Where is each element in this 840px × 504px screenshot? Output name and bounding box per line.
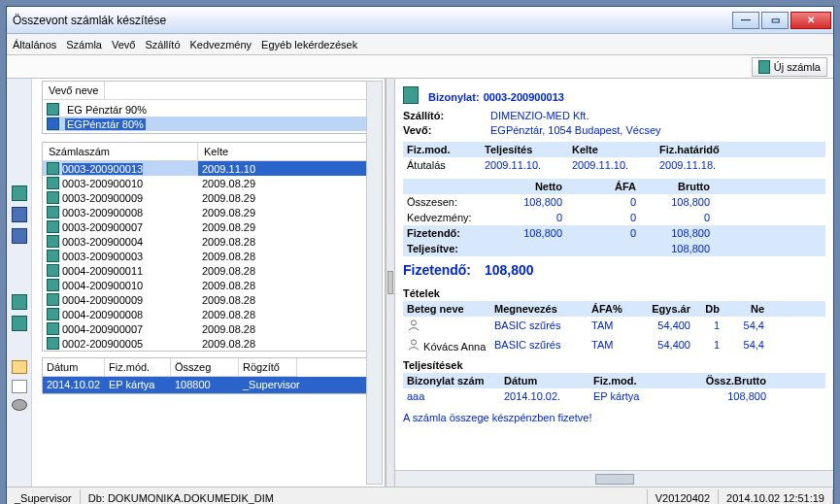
document-icon [47,279,59,291]
vendor-name: EG Pénztár 90% [65,104,149,116]
vendor-name: EGPénztár 80% [65,118,146,130]
menu-item[interactable]: Kedvezmény [190,39,252,50]
buyer-label: Vevő: [403,124,490,136]
invoice-row-date[interactable]: 2009.08.28 [198,234,382,249]
app-window: Összevont számlák készítése — ▭ ✕ Általá… [6,6,834,504]
invoice-row-date[interactable]: 2009.08.29 [198,205,382,219]
col-paymode: Fiz.mód. [105,358,171,377]
new-invoice-button[interactable]: Új számla [752,57,827,77]
horizontal-scrollbar[interactable] [395,470,833,487]
summary-panel: Dátum Fiz.mód. Összeg Rögzítő 2014.10.02… [42,357,383,394]
document-icon [47,264,59,277]
invoice-row-date[interactable]: 2009.08.28 [198,278,382,292]
folder-icon[interactable] [12,360,27,374]
document-icon [47,177,59,189]
document-icon [47,220,59,233]
detail-pane: Bizonylat: 0003-200900013 Szállító: DIME… [395,79,833,487]
invoice-row-date[interactable]: 2009.08.29 [198,219,382,234]
maximize-button[interactable]: ▭ [761,12,789,29]
menu-item[interactable]: Szállító [145,39,180,50]
item-row: Kóvács AnnaBASIC szűrésTAM54,400154,4 [403,336,825,355]
document-icon [47,322,59,335]
doc-icon[interactable] [12,316,27,331]
invoice-row-date[interactable]: 2009.08.29 [198,190,382,205]
document-icon [47,250,59,262]
payable-row: Fizetendő: 108,800 [403,256,825,284]
person-icon [407,319,420,331]
menu-item[interactable]: Számla [66,39,102,50]
invoice-row-num[interactable]: 0003-200900013 [43,161,198,176]
col-amount: Összeg [171,358,239,377]
content: Vevő neve EG Pénztár 90%EGPénztár 80% Sz… [7,79,833,487]
globe-icon[interactable] [12,399,27,411]
document-icon [403,86,419,104]
supplier-label: Szállító: [403,110,490,121]
perf-heading: Teljesítések [403,355,825,373]
window-title: Összevont számlák készítése [13,14,732,27]
minimize-button[interactable]: — [732,12,759,29]
invoice-row-date[interactable]: 2009.08.28 [198,336,382,351]
invoice-row-num[interactable]: 0004-200900010 [43,278,198,292]
vendor-header: Vevő neve [43,82,105,99]
invoice-row-date[interactable]: 2009.08.28 [198,321,382,336]
perf-header-row: Bizonylat számDátumFiz.mod.Össz.Brutto [403,373,825,388]
invoice-row-num[interactable]: 0003-200900003 [43,249,198,263]
close-button[interactable]: ✕ [790,12,831,29]
sum-row: Összesen:108,8000108,800 [403,194,825,210]
invoice-row-date[interactable]: 2009.08.29 [198,176,382,190]
doc-title: Bizonylat: 0003-200900013 [428,87,564,104]
new-invoice-label: Új számla [774,61,821,73]
invoice-row-date[interactable]: 2009.08.28 [198,263,382,278]
invoice-row-num[interactable]: 0004-200900009 [43,292,198,307]
svg-point-0 [411,320,416,325]
sum-header: NettoÁFABrutto [403,179,825,194]
vertical-scrollbar[interactable] [366,81,383,485]
invoice-row-num[interactable]: 0003-200900007 [43,219,198,234]
svg-point-1 [411,340,416,345]
invoice-row-num[interactable]: 0003-200900008 [43,205,198,219]
document-icon [47,191,59,204]
vendor-row[interactable]: EGPénztár 80% [47,117,378,131]
menu-item[interactable]: Általános [13,39,56,50]
invoice-row-num[interactable]: 0004-200900008 [43,307,198,321]
document-icon [47,206,59,218]
supplier-value: DIMENZIO-MED Kft. [490,110,825,121]
page-icon[interactable] [12,380,27,393]
titlebar[interactable]: Összevont számlák készítése — ▭ ✕ [7,7,833,34]
menubar: Általános Számla Vevő Szállító Kedvezmén… [7,34,833,55]
col-recorder: Rögzítő [239,358,297,377]
toolbar: Új számla [7,55,833,79]
invoice-row-num[interactable]: 0002-200900005 [43,336,198,351]
invoice-row-num[interactable]: 0004-200900011 [43,263,198,278]
doc-icon[interactable] [12,185,27,201]
summary-row[interactable]: 2014.10.02 EP kártya 108800 _Supervisor [43,377,382,393]
document-icon [47,118,59,130]
vendor-panel: Vevő neve EG Pénztár 90%EGPénztár 80% [42,81,383,134]
menu-item[interactable]: Vevő [112,39,135,50]
doc-icon[interactable] [12,294,27,310]
invoice-row-date[interactable]: 2009.08.28 [198,249,382,263]
invoice-row-date[interactable]: 2009.08.28 [198,292,382,307]
list-icon[interactable] [12,207,27,222]
invoice-row-date[interactable]: 2009.11.10 [198,161,382,176]
document-icon [47,162,59,175]
splitter-handle[interactable] [386,79,395,487]
center-column: Vevő neve EG Pénztár 90%EGPénztár 80% Sz… [32,79,386,487]
item-row: BASIC szűrésTAM54,400154,4 [403,317,825,336]
invoice-row-num[interactable]: 0003-200900009 [43,190,198,205]
invoice-row-num[interactable]: 0004-200900007 [43,321,198,336]
invoice-row-num[interactable]: 0003-200900010 [43,176,198,190]
document-icon [47,103,59,116]
status-db: Db: DOKUMONIKA.DOKUMEDIK_DIM [81,489,648,505]
vendor-row[interactable]: EG Pénztár 90% [47,102,378,117]
status-user: _Supervisor [7,489,81,505]
printer-icon[interactable] [12,228,27,244]
items-heading: Tételek [403,284,825,301]
menu-item[interactable]: Egyéb lekérdezések [261,39,357,50]
items-header-row: Beteg neveMegnevezésÁFA%Egys.árDbNe [403,301,825,317]
invoice-row-num[interactable]: 0003-200900004 [43,234,198,249]
status-version: V20120402 [648,489,719,505]
invoice-row-date[interactable]: 2009.08.28 [198,307,382,321]
document-icon [47,308,59,320]
perf-row: aaa2014.10.02.EP kártya108,800 [403,388,825,404]
